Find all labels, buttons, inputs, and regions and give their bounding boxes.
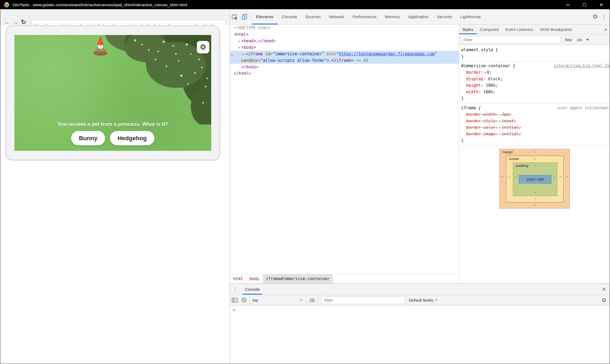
clear-console-button[interactable] bbox=[239, 295, 248, 305]
css-property-name[interactable]: border: bbox=[466, 70, 483, 75]
css-declaration: height: 100%; bbox=[461, 82, 610, 89]
toggle-class-button[interactable]: .cls bbox=[576, 38, 582, 42]
tab-security[interactable]: Security bbox=[433, 9, 456, 24]
padding-right-value[interactable]: − bbox=[552, 175, 556, 179]
breadcrumb-html[interactable]: html bbox=[230, 274, 246, 283]
css-property-value[interactable]: 100%; bbox=[483, 90, 495, 94]
gear-icon: ⚙ bbox=[200, 43, 206, 52]
border-top-value[interactable]: − bbox=[533, 157, 537, 161]
tab-computed[interactable]: Computed bbox=[477, 25, 502, 34]
margin-left-value[interactable]: − bbox=[501, 175, 504, 179]
dom-tree: <!DOCTYPE html> <html> ▶<head>…</head> ▼… bbox=[230, 25, 459, 274]
border-label: border bbox=[509, 157, 519, 161]
tab-lighthouse[interactable]: Lighthouse bbox=[456, 9, 485, 24]
border-bottom-value[interactable]: − bbox=[533, 197, 537, 201]
more-tabs-chevron[interactable]: » bbox=[602, 27, 610, 32]
css-property-value[interactable]: 0; bbox=[487, 70, 492, 75]
expander-icon[interactable]: ▼ bbox=[237, 44, 241, 51]
console-levels-dropdown[interactable]: Default levels ▼ bbox=[409, 298, 438, 302]
element-style-selector[interactable]: element.style { bbox=[461, 47, 610, 53]
styles-tabbar: Styles Computed Event Listeners DOM Brea… bbox=[459, 25, 610, 34]
console-sidebar-toggle[interactable] bbox=[230, 295, 239, 305]
dom-row-iframe-line1[interactable]: … ▶<iframe id="immersive-container" src=… bbox=[230, 51, 459, 57]
close-button[interactable]: × bbox=[593, 0, 610, 9]
expand-shorthand-icon[interactable]: ▶ bbox=[483, 71, 487, 74]
expand-shorthand-icon[interactable]: ▶ bbox=[498, 120, 501, 122]
expander-icon[interactable]: ▶ bbox=[241, 51, 246, 58]
padding-top-value[interactable]: − bbox=[533, 164, 537, 168]
console-context-selector[interactable]: top ▼ bbox=[251, 298, 305, 302]
devtools-menu-button[interactable]: ⋮ bbox=[600, 14, 610, 20]
expander-icon[interactable]: ▶ bbox=[237, 38, 241, 44]
css-property-name[interactable]: display: bbox=[466, 76, 486, 81]
iframe-src-link[interactable]: https://testgnomegarden.firebaseapp.com bbox=[339, 52, 434, 56]
console-prompt[interactable]: > bbox=[233, 308, 235, 312]
inspect-element-button[interactable] bbox=[230, 9, 240, 24]
css-property-value[interactable]: inset; bbox=[502, 119, 516, 123]
bunny-button[interactable]: Bunny bbox=[71, 131, 105, 145]
css-property-value[interactable]: initial; bbox=[502, 132, 521, 136]
live-expression-button[interactable] bbox=[308, 295, 317, 305]
dom-row-html-close[interactable]: </html> bbox=[230, 70, 459, 77]
maximize-button[interactable] bbox=[576, 0, 593, 9]
css-property-value[interactable]: initial; bbox=[502, 125, 521, 130]
border-left-value[interactable]: − bbox=[507, 175, 511, 179]
game-settings-button[interactable]: ⚙ bbox=[197, 41, 209, 53]
margin-top-value[interactable]: − bbox=[533, 150, 537, 154]
drawer-tab-console[interactable]: Console bbox=[241, 284, 264, 295]
dom-row-overflow-menu[interactable]: … bbox=[231, 51, 233, 57]
breadcrumb-iframe[interactable]: iframe#immersive-container bbox=[263, 274, 333, 283]
tab-elements[interactable]: Elements bbox=[252, 9, 278, 24]
css-property-name[interactable]: border-color: bbox=[466, 125, 498, 130]
console-settings-button[interactable]: ⚙ bbox=[598, 297, 610, 304]
margin-label: margin bbox=[502, 150, 513, 154]
tab-application[interactable]: Application bbox=[404, 9, 433, 24]
tab-performance[interactable]: Performance bbox=[348, 9, 381, 24]
css-property-value[interactable]: block; bbox=[488, 76, 503, 81]
console-filter-input[interactable] bbox=[321, 296, 405, 304]
css-property-name[interactable]: border-width: bbox=[466, 112, 498, 117]
css-property-name[interactable]: height: bbox=[466, 83, 483, 88]
expand-shorthand-icon[interactable]: ▶ bbox=[498, 113, 501, 116]
expand-shorthand-icon[interactable]: ▶ bbox=[498, 133, 501, 135]
tab-event-listeners[interactable]: Event Listeners bbox=[502, 25, 536, 34]
dom-row-iframe-line2[interactable]: sandbox="allow-scripts allow-forms">…</i… bbox=[230, 57, 459, 64]
css-property-name[interactable]: border-style: bbox=[466, 119, 498, 123]
new-style-rule-button[interactable]: + bbox=[586, 37, 589, 43]
margin-bottom-value[interactable]: − bbox=[533, 203, 537, 207]
padding-bottom-value[interactable]: − bbox=[533, 190, 537, 194]
rule-source-link[interactable]: interactive…him.html:15 bbox=[553, 63, 610, 69]
dom-row-body-close[interactable]: </body> bbox=[230, 64, 459, 70]
tab-network[interactable]: Network bbox=[325, 9, 348, 24]
css-property-name[interactable]: width: bbox=[466, 90, 481, 94]
tab-memory[interactable]: Memory bbox=[381, 9, 404, 24]
dom-row-doctype[interactable]: <!DOCTYPE html> bbox=[230, 25, 459, 31]
box-model-margin: margin − − − − border − − − − padding − bbox=[499, 149, 570, 209]
dom-row-body-open[interactable]: ▼<body> bbox=[230, 44, 459, 51]
tab-dom-breakpoints[interactable]: DOM Breakpoints bbox=[536, 25, 575, 34]
expand-shorthand-icon[interactable]: ▶ bbox=[498, 126, 501, 129]
drawer-menu-button[interactable]: ⋮ bbox=[230, 286, 241, 292]
border-right-value[interactable]: − bbox=[559, 175, 562, 179]
tab-styles[interactable]: Styles bbox=[459, 25, 477, 34]
box-model-content[interactable]: 1024 × 600 bbox=[519, 175, 551, 184]
tab-console[interactable]: Console bbox=[278, 9, 301, 24]
toolbar-separator bbox=[251, 12, 251, 21]
styles-filter-input[interactable] bbox=[461, 36, 560, 43]
devtools-settings-button[interactable]: ⚙ bbox=[590, 13, 600, 20]
toggle-hover-state-button[interactable]: :hov bbox=[564, 38, 572, 42]
css-property-value[interactable]: 2px; bbox=[502, 112, 511, 117]
css-property-name[interactable]: border-image: bbox=[466, 132, 498, 136]
dom-row-html-open[interactable]: <html> bbox=[230, 31, 459, 38]
hedgehog-button[interactable]: Hedgehog bbox=[110, 131, 154, 145]
chevron-down-icon: ▼ bbox=[435, 299, 438, 302]
css-property-value[interactable]: 100%; bbox=[486, 83, 498, 88]
margin-right-value[interactable]: − bbox=[565, 175, 569, 179]
console-output[interactable]: > bbox=[230, 306, 610, 364]
dom-row-head[interactable]: ▶<head>…</head> bbox=[230, 38, 459, 44]
tab-sources[interactable]: Sources bbox=[301, 9, 325, 24]
breadcrumb-body[interactable]: body bbox=[246, 274, 263, 283]
padding-left-value[interactable]: − bbox=[514, 175, 518, 179]
minimize-button[interactable] bbox=[559, 0, 576, 9]
device-toolbar-toggle[interactable] bbox=[240, 9, 249, 24]
